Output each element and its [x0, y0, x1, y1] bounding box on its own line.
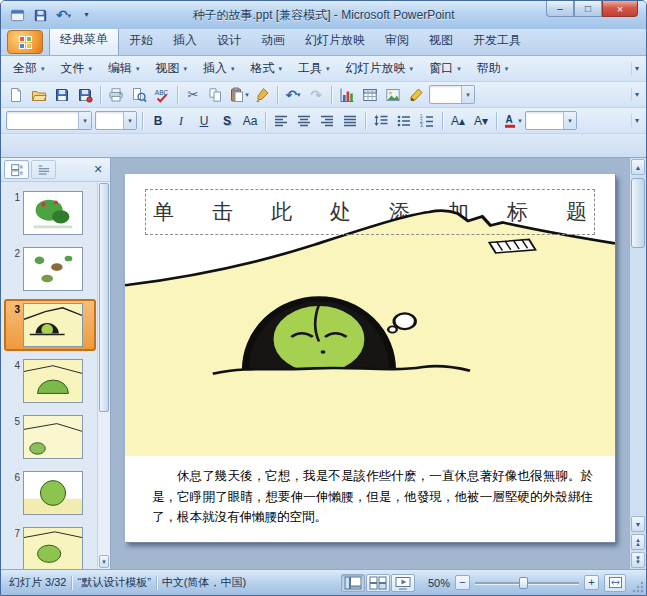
slide-canvas[interactable]: 单击此处添加标题 [125, 174, 615, 542]
resize-grip[interactable] [631, 571, 646, 595]
tab-幻灯片放映[interactable]: 幻灯片放映 [295, 28, 375, 55]
panel-scroll-track[interactable] [99, 183, 109, 553]
menu-格式[interactable]: 格式▾ [243, 57, 291, 80]
zoom-slider[interactable] [475, 575, 579, 590]
line-spacing-button[interactable] [370, 110, 392, 132]
tab-开始[interactable]: 开始 [119, 28, 163, 55]
menu-帮助[interactable]: 帮助▾ [469, 57, 517, 80]
qat-customize-button[interactable]: ▾ [76, 6, 97, 25]
quick-undo-button[interactable]: ↶▾ [53, 6, 74, 25]
minimize-button[interactable]: – [546, 1, 574, 17]
outline-tab[interactable] [31, 160, 56, 179]
new-presentation-button[interactable] [5, 84, 27, 106]
toolbar-options-button[interactable]: ▾ [631, 88, 642, 101]
tab-审阅[interactable]: 审阅 [375, 28, 419, 55]
panel-scroll-thumb[interactable] [99, 183, 109, 412]
insert-shape-button[interactable] [405, 84, 427, 106]
tab-设计[interactable]: 设计 [207, 28, 251, 55]
slide-sorter-button[interactable] [366, 574, 390, 592]
tab-经典菜单[interactable]: 经典菜单 [49, 26, 119, 55]
menu-插入[interactable]: 插入▾ [195, 57, 243, 80]
tab-视图[interactable]: 视图 [419, 28, 463, 55]
save-button[interactable] [51, 84, 73, 106]
close-button[interactable]: × [602, 1, 638, 17]
zoom-combo[interactable]: ▾ [428, 84, 476, 106]
slides-tab[interactable] [4, 160, 29, 179]
quick-save-button[interactable] [30, 6, 51, 25]
slideshow-button[interactable] [391, 574, 415, 592]
slide-thumbnail-6[interactable]: 6 [4, 467, 96, 519]
office-button[interactable] [7, 30, 43, 54]
zoom-in-button[interactable]: + [584, 575, 599, 590]
panel-scroll-down-icon[interactable]: ▼ [99, 555, 109, 568]
font-name-combo[interactable]: ▾ [5, 110, 93, 132]
increase-font-button[interactable]: A▴ [447, 110, 469, 132]
insert-picture-button[interactable] [382, 84, 404, 106]
slide-thumbnail-7[interactable]: 7 [4, 523, 96, 569]
font-color-button[interactable]: A▾ [501, 110, 523, 132]
slide-body-text[interactable]: 休息了幾天後，它想，我是不是該作些什麽，一直休息著好像也很無聊。於是，它睜開了眼… [152, 466, 593, 527]
panel-scrollbar[interactable]: ▼ [97, 182, 110, 569]
slide-thumbnail-5[interactable]: 5 [4, 411, 96, 463]
align-right-button[interactable] [316, 110, 338, 132]
zoom-level-label[interactable]: 50% [420, 577, 450, 589]
font-size-combo[interactable]: ▾ [94, 110, 138, 132]
save-as-button[interactable] [74, 84, 96, 106]
change-case-button[interactable]: Aa [239, 110, 261, 132]
vertical-scrollbar[interactable]: ▲ ▼ ▲▲ ▼▼ [629, 158, 646, 569]
bullets-button[interactable] [393, 110, 415, 132]
design-template-label[interactable]: “默认设计模板” [77, 575, 150, 590]
menu-窗口[interactable]: 窗口▾ [421, 57, 469, 80]
spelling-button[interactable]: ABC [151, 84, 173, 106]
paste-button[interactable]: ▾ [228, 84, 250, 106]
tab-插入[interactable]: 插入 [163, 28, 207, 55]
tab-动画[interactable]: 动画 [251, 28, 295, 55]
previous-slide-button[interactable]: ▲▲ [631, 534, 645, 550]
open-button[interactable] [28, 84, 50, 106]
slide-thumbnail-4[interactable]: 4 [4, 355, 96, 407]
slide-thumbnail-1[interactable]: 1 [4, 187, 96, 239]
cut-button[interactable]: ✂ [182, 84, 204, 106]
fit-to-window-button[interactable] [604, 574, 626, 592]
menu-编辑[interactable]: 编辑▾ [100, 57, 148, 80]
scroll-down-icon[interactable]: ▼ [631, 516, 645, 532]
numbering-button[interactable]: 1.2.3. [416, 110, 438, 132]
format-painter-button[interactable] [251, 84, 273, 106]
scroll-track[interactable] [631, 176, 645, 515]
zoom-out-button[interactable]: − [455, 575, 470, 590]
slide-thumbnail-2[interactable]: 2 [4, 243, 96, 295]
tab-开发工具[interactable]: 开发工具 [463, 28, 531, 55]
align-center-button[interactable] [293, 110, 315, 132]
insert-table-button[interactable] [359, 84, 381, 106]
menu-options-button[interactable]: ▾ [631, 62, 642, 75]
bold-button[interactable]: B [147, 110, 169, 132]
copy-button[interactable] [205, 84, 227, 106]
slide-thumbnail-3[interactable]: 3 [4, 299, 96, 351]
toolbar-options-button[interactable]: ▾ [631, 114, 642, 127]
print-button[interactable] [105, 84, 127, 106]
close-panel-icon[interactable]: ✕ [89, 161, 107, 178]
menu-全部[interactable]: 全部▾ [5, 57, 53, 80]
menu-幻灯片放映[interactable]: 幻灯片放映▾ [338, 57, 422, 80]
zoom-slider-handle[interactable] [519, 577, 528, 589]
print-preview-button[interactable] [128, 84, 150, 106]
language-label[interactable]: 中文(简体，中国) [162, 575, 246, 590]
scroll-thumb[interactable] [631, 178, 645, 248]
next-slide-button[interactable]: ▼▼ [631, 552, 645, 568]
menu-视图[interactable]: 视图▾ [148, 57, 196, 80]
scroll-up-icon[interactable]: ▲ [631, 159, 645, 175]
menu-文件[interactable]: 文件▾ [53, 57, 101, 80]
slide-editing-area[interactable]: 单击此处添加标题 [111, 158, 629, 569]
align-left-button[interactable] [270, 110, 292, 132]
normal-view-button[interactable] [341, 574, 365, 592]
insert-chart-button[interactable] [336, 84, 358, 106]
maximize-button[interactable]: □ [574, 1, 602, 17]
shadow-button[interactable]: S [216, 110, 238, 132]
underline-button[interactable]: U [193, 110, 215, 132]
decrease-font-button[interactable]: A▾ [470, 110, 492, 132]
style-combo[interactable]: ▾ [524, 110, 578, 132]
undo-button[interactable]: ↶▾ [282, 84, 304, 106]
italic-button[interactable]: I [170, 110, 192, 132]
title-placeholder[interactable] [145, 189, 595, 235]
menu-工具[interactable]: 工具▾ [290, 57, 338, 80]
